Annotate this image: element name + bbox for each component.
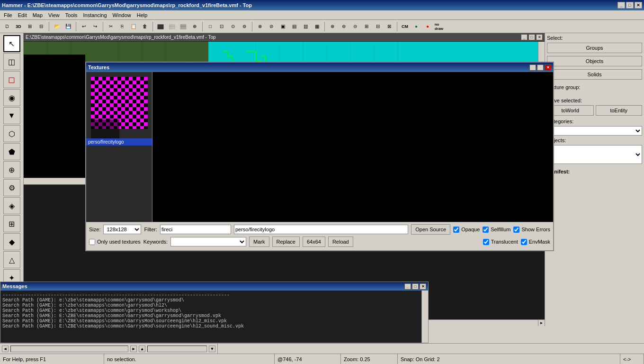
tb-b16[interactable]: ⊜ [339, 21, 349, 32]
filter-input[interactable] [160, 225, 231, 234]
tool-path[interactable]: ⚙ [3, 179, 20, 196]
objects-button[interactable]: Objects [547, 56, 642, 66]
tb-open[interactable]: 📂 [52, 21, 62, 32]
tb-undo[interactable]: ↩ [79, 21, 89, 32]
menu-instancing[interactable]: Instancing [80, 11, 109, 19]
msg-line-1: Search Path (GAME): e:\zbe\steamapps\com… [2, 298, 420, 303]
tb-b13[interactable]: ▥ [300, 21, 311, 32]
tb-save[interactable]: 💾 [63, 21, 73, 32]
tb-red[interactable]: ● [422, 21, 433, 32]
tb-b1[interactable]: ▓▓ [155, 21, 166, 32]
tb-b20[interactable]: ⊠ [384, 21, 394, 32]
opaque-checkbox[interactable] [453, 227, 459, 233]
envmask-checkbox[interactable] [521, 239, 527, 245]
texture-path-input[interactable] [234, 225, 408, 234]
mark-button[interactable]: Mark [249, 237, 269, 247]
size64-button[interactable]: 64x64 [303, 237, 325, 247]
tool-pointer[interactable]: ↖ [3, 35, 20, 52]
scroll-up-btn[interactable]: ▲ [139, 346, 145, 352]
texture-close-button[interactable]: ✕ [545, 64, 551, 71]
groups-button[interactable]: Groups [547, 43, 642, 53]
only-used-checkbox[interactable] [89, 239, 95, 245]
translucent-checkbox[interactable] [483, 239, 489, 245]
tb-b17[interactable]: ⊝ [350, 21, 360, 32]
scroll-left-btn[interactable]: ◄ [2, 346, 9, 352]
open-source-button[interactable]: Open Source [411, 224, 450, 235]
tool-clip[interactable]: ◉ [3, 89, 20, 106]
menu-map[interactable]: Map [30, 11, 45, 19]
tb-b15[interactable]: ⊛ [327, 21, 338, 32]
scroll-right-btn[interactable]: ► [130, 346, 137, 352]
to-entity-button[interactable]: toEntity [596, 105, 643, 116]
tb-b11[interactable]: ▣ [277, 21, 288, 32]
tool-vertex[interactable]: ▼ [3, 107, 20, 124]
menu-view[interactable]: View [45, 11, 63, 19]
minimize-button[interactable]: _ [617, 2, 625, 9]
viewport-min-btn[interactable]: _ [521, 34, 528, 40]
tb-b18[interactable]: ⊞ [361, 21, 372, 32]
menu-file[interactable]: File [1, 11, 15, 19]
tb-green[interactable]: ● [411, 21, 421, 32]
tb-new[interactable]: 🗋 [2, 21, 12, 32]
size-dropdown[interactable]: 128x128 64x64 32x32 [103, 225, 141, 234]
menu-window[interactable]: Window [110, 11, 134, 19]
texture-minimize-button[interactable]: _ [529, 64, 536, 71]
envmask-label: EnvMask [529, 239, 550, 245]
tb-delete[interactable]: 🗑 [140, 21, 150, 32]
tb-3d[interactable]: 3D [13, 21, 24, 32]
tb-b14[interactable]: ▦ [312, 21, 322, 32]
objects-dropdown[interactable] [547, 145, 642, 164]
tool-material[interactable]: ◆ [3, 233, 20, 250]
selfillum-checkbox[interactable] [483, 227, 489, 233]
menu-tools[interactable]: Tools [63, 11, 80, 19]
tool-entity[interactable]: ⬡ [3, 125, 20, 142]
maximize-button[interactable]: □ [626, 2, 634, 9]
tb-b9[interactable]: ⊗ [255, 21, 265, 32]
tb-redo[interactable]: ↪ [90, 21, 100, 32]
viewport-close-btn[interactable]: ✕ [536, 34, 543, 40]
tb-b4[interactable]: ⊕ [189, 21, 200, 32]
tb-b2[interactable]: ░░ [167, 21, 177, 32]
tool-morph[interactable]: ⊞ [3, 215, 20, 232]
menu-help[interactable]: Help [134, 11, 151, 19]
messages-body[interactable]: ----------------------------------------… [0, 291, 428, 343]
tool-brush[interactable]: ◫ [3, 53, 20, 70]
solids-button[interactable]: Solids [547, 69, 642, 80]
close-button[interactable]: ✕ [635, 2, 642, 9]
tb-copy[interactable]: ⎘ [117, 21, 127, 32]
tb-grid2[interactable]: ⊟ [36, 21, 46, 32]
tool-rect[interactable]: ◻ [3, 71, 20, 88]
status-arrows: <-> [620, 354, 644, 364]
tb-grid[interactable]: ⊞ [25, 21, 35, 32]
tool-decal[interactable]: ⬟ [3, 143, 20, 160]
tool-sprinkle[interactable]: △ [3, 251, 20, 268]
messages-maximize[interactable]: □ [412, 283, 419, 290]
tb-b3[interactable]: ▒▒ [178, 21, 188, 32]
tb-b10[interactable]: ⊘ [266, 21, 277, 32]
tb-paste[interactable]: 📋 [128, 21, 139, 32]
menu-edit[interactable]: Edit [15, 11, 30, 19]
texture-list-area[interactable] [152, 72, 553, 222]
replace-button[interactable]: Replace [272, 237, 300, 247]
categories-dropdown[interactable] [547, 126, 642, 136]
reload-button[interactable]: Reload [328, 237, 353, 247]
tool-overlay[interactable]: ⊕ [3, 161, 20, 178]
tb-cut[interactable]: ✂ [106, 21, 116, 32]
show-errors-checkbox[interactable] [513, 227, 519, 233]
tb-nodraw[interactable]: nodraw [434, 21, 444, 32]
messages-minimize[interactable]: _ [404, 283, 411, 290]
tb-b5[interactable]: □ [205, 21, 215, 32]
keywords-dropdown[interactable] [170, 237, 246, 246]
texture-maximize-button[interactable]: □ [537, 64, 544, 71]
messages-scrollbar[interactable] [421, 291, 428, 343]
tb-b19[interactable]: ⊟ [373, 21, 383, 32]
scroll-down-btn[interactable]: ▼ [209, 346, 215, 352]
tb-b12[interactable]: ▤ [289, 21, 299, 32]
messages-close[interactable]: ✕ [420, 283, 426, 290]
tb-b6[interactable]: ⊡ [216, 21, 227, 32]
viewport-max-btn[interactable]: □ [528, 34, 535, 40]
tb-b7[interactable]: ⊙ [228, 21, 238, 32]
tool-magnify[interactable]: ◈ [3, 197, 20, 214]
tb-cm[interactable]: CM [400, 21, 410, 32]
tb-b8[interactable]: ⊚ [239, 21, 250, 32]
